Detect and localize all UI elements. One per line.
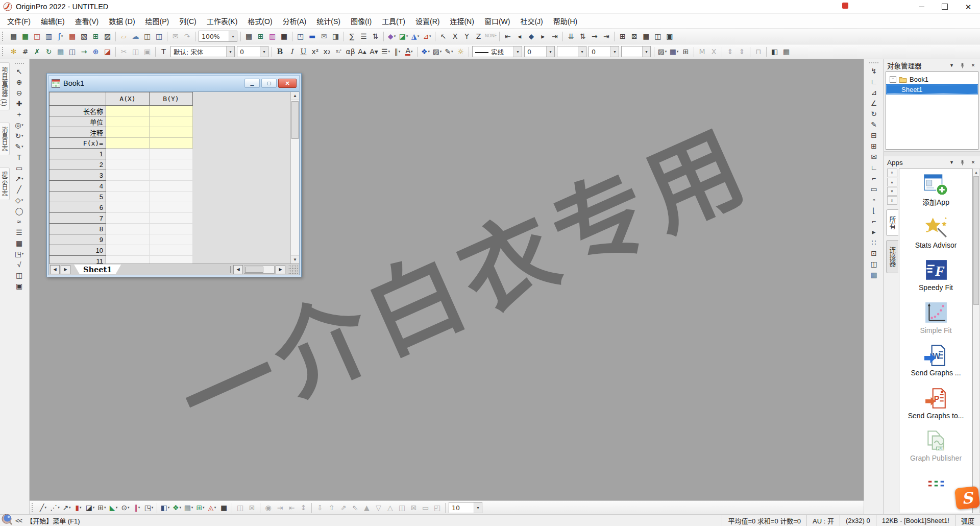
cut-button[interactable]: ✂: [118, 46, 130, 57]
zoom-x-button[interactable]: X: [449, 31, 461, 42]
corner-axes-tool-2[interactable]: ⌐: [868, 216, 880, 226]
data-cell[interactable]: [106, 256, 150, 264]
menu-item[interactable]: 统计(S): [311, 14, 346, 28]
fit-sketch-tool[interactable]: ✎: [868, 119, 880, 130]
subsuperscript-button[interactable]: x₁²: [333, 46, 345, 57]
font-size-combo[interactable]: 0▾: [237, 46, 268, 57]
app-item[interactable]: FSpeedy Fit: [901, 258, 971, 293]
sheet-tab-right-icon[interactable]: ▶: [61, 265, 70, 274]
layer-content-button[interactable]: ◰: [431, 502, 443, 513]
row-header[interactable]: 6: [50, 202, 106, 213]
superscript-button[interactable]: x²: [309, 46, 321, 57]
copy-book-button[interactable]: ◪: [102, 46, 113, 57]
next-window-button[interactable]: →: [589, 31, 600, 42]
vertical-scroll-thumb[interactable]: [291, 101, 299, 139]
swap-xy-tool[interactable]: ↻: [868, 108, 880, 119]
row-header[interactable]: 5: [50, 192, 106, 202]
row-label[interactable]: 单位: [50, 116, 106, 127]
zoom-y-button[interactable]: Y: [461, 31, 473, 42]
align-grid-tool[interactable]: ∷: [868, 237, 880, 248]
matrix-button[interactable]: M: [696, 46, 708, 57]
column-header[interactable]: A(X): [106, 92, 150, 106]
header-cell[interactable]: [150, 106, 193, 116]
data-cell[interactable]: [150, 149, 193, 159]
header-cell[interactable]: [106, 106, 150, 116]
plot-3d-bars-button[interactable]: ◧▾: [159, 502, 171, 513]
arrow-tool[interactable]: ↗▾: [13, 173, 25, 184]
highlight-button[interactable]: ☼: [455, 46, 467, 57]
scale-tool-2[interactable]: ⌐: [868, 173, 880, 183]
window-resize-grip[interactable]: [288, 266, 298, 274]
graph-object-tool[interactable]: ◳▾: [13, 248, 25, 259]
menu-item[interactable]: 数据 (D): [104, 14, 140, 28]
horizontal-scrollbar[interactable]: [244, 266, 275, 274]
draw-data-tool[interactable]: ✎▾: [13, 141, 25, 152]
menu-item[interactable]: 工作表(K): [202, 14, 243, 28]
menu-item[interactable]: 社交(J): [515, 14, 548, 28]
polygon-tool[interactable]: ◇▾: [13, 195, 25, 205]
new-workbook-button[interactable]: ▦: [19, 31, 31, 42]
plot-3d-colormap-button[interactable]: ❖▾: [171, 502, 183, 513]
column-plot-button[interactable]: ▮▾: [72, 502, 84, 513]
multiline-tool[interactable]: ☰: [13, 227, 25, 237]
row-label[interactable]: 注释: [50, 127, 106, 138]
font-name-combo[interactable]: 默认: 宋体▾: [170, 46, 235, 57]
font-color-button[interactable]: A▾: [403, 46, 415, 57]
new-function-button[interactable]: ƒ▾: [55, 31, 66, 42]
distribute-button[interactable]: ‖▾: [391, 46, 403, 57]
frame-tool-2[interactable]: ▫: [868, 194, 880, 205]
app-item[interactable]: 添加App: [901, 173, 971, 207]
book1-close-button[interactable]: ✕: [278, 79, 297, 88]
polar-plot-button[interactable]: ⊙▾: [119, 502, 131, 513]
freehand-tool[interactable]: ≈: [13, 216, 25, 227]
scroll-down-icon[interactable]: ▼: [887, 187, 897, 196]
data-cell[interactable]: [150, 159, 193, 170]
new-graph-button[interactable]: ◳: [31, 31, 43, 42]
data-cell[interactable]: [150, 170, 193, 181]
plot-contour-button[interactable]: ⊞▾: [194, 502, 206, 513]
axis-tool-1[interactable]: ∟: [868, 76, 880, 87]
share-link-button[interactable]: ↷: [181, 31, 193, 42]
menu-item[interactable]: 查看(V): [70, 14, 104, 28]
move-next-button[interactable]: ⇥: [274, 502, 286, 513]
data-cell[interactable]: [106, 159, 150, 170]
align-middle-button[interactable]: △: [384, 502, 396, 513]
hscroll-right-icon[interactable]: ▶: [276, 265, 285, 274]
frame-tool[interactable]: ▭: [868, 183, 880, 194]
decrease-font-button[interactable]: A▾: [368, 46, 380, 57]
line-color-button[interactable]: ✎▾: [443, 46, 455, 57]
plot-menu-3[interactable]: ◮▾: [409, 31, 421, 42]
line-width-combo[interactable]: 0▾: [524, 46, 555, 57]
add-sheet-button[interactable]: ▦: [55, 46, 66, 57]
print-button[interactable]: ▤: [243, 31, 255, 42]
duplicate-sheet-button[interactable]: ◫: [66, 46, 78, 57]
new-excel-button[interactable]: ⊞: [90, 31, 102, 42]
pattern-button[interactable]: ▨▾: [431, 46, 443, 57]
zoom-level-combo[interactable]: 100%▾: [199, 31, 237, 42]
reimport-button[interactable]: ↻: [43, 46, 55, 57]
row-label[interactable]: 长名称: [50, 106, 106, 116]
send-back-button[interactable]: ⇩: [314, 502, 326, 513]
axis-tool-2[interactable]: ⊿: [868, 87, 880, 98]
line-symbol-plot-button[interactable]: ↗▾: [61, 502, 72, 513]
pin-icon[interactable]: [959, 62, 966, 69]
apps-tab-connectors[interactable]: 连接器: [886, 240, 898, 273]
data-cell[interactable]: [106, 181, 150, 192]
rescale-button[interactable]: ◆: [525, 31, 537, 42]
data-cell[interactable]: [150, 202, 193, 213]
align-top-button[interactable]: ▲: [361, 502, 373, 513]
data-cell[interactable]: [106, 245, 150, 256]
left-dock-tab[interactable]: 提示日志: [0, 168, 10, 200]
row-label[interactable]: F(x)=: [50, 138, 106, 149]
cascade-windows-button[interactable]: ⇊: [565, 31, 577, 42]
new-project-button[interactable]: ▤: [8, 31, 19, 42]
window-tool-3[interactable]: ▦: [640, 31, 652, 42]
rotate-tool[interactable]: ↻▾: [13, 130, 25, 141]
scroll-up-icon[interactable]: ▲: [887, 178, 897, 186]
import-wizard-button[interactable]: ▥: [266, 31, 278, 42]
ellipse-tool[interactable]: ◯: [13, 205, 25, 216]
open-cloud-button[interactable]: ☁: [130, 31, 141, 42]
bring-forward-button[interactable]: ⇗: [337, 502, 349, 513]
scale-none-button[interactable]: NONE: [484, 31, 497, 42]
save-project-button[interactable]: ◫: [153, 31, 165, 42]
